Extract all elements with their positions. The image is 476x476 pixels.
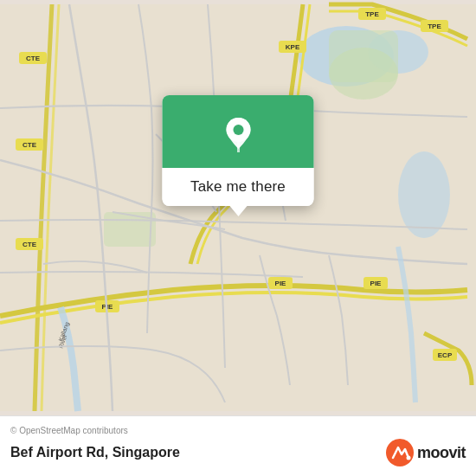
moovit-logo: moovit xyxy=(386,439,466,466)
popup-top xyxy=(163,95,314,168)
svg-text:PIE: PIE xyxy=(370,280,383,287)
svg-text:CTE: CTE xyxy=(23,241,37,248)
svg-point-3 xyxy=(398,151,450,238)
map-attribution: © OpenStreetMap contributors xyxy=(10,426,466,435)
bottom-bar: © OpenStreetMap contributors Bef Airport… xyxy=(0,415,476,476)
location-name: Bef Airport Rd, Singapore xyxy=(10,445,180,460)
popup-card: Take me there xyxy=(163,95,314,206)
moovit-icon xyxy=(386,439,414,466)
svg-text:TPE: TPE xyxy=(365,10,379,18)
popup-bottom: Take me there xyxy=(163,168,314,206)
svg-point-33 xyxy=(233,125,243,135)
svg-text:KPE: KPE xyxy=(286,43,300,51)
svg-text:CTE: CTE xyxy=(23,141,37,149)
bottom-row: Bef Airport Rd, Singapore moovit xyxy=(10,439,466,466)
svg-text:ECP: ECP xyxy=(438,351,453,359)
svg-text:TPE: TPE xyxy=(428,23,441,30)
map-area: CTE CTE CTE KPE KPE TPE TPE PIE xyxy=(0,0,476,415)
svg-rect-5 xyxy=(329,30,398,82)
svg-text:CTE: CTE xyxy=(26,55,41,62)
location-pin-icon xyxy=(219,114,257,152)
svg-text:PIE: PIE xyxy=(275,280,287,287)
popup-arrow xyxy=(229,206,247,216)
svg-point-35 xyxy=(406,456,410,460)
take-me-there-button[interactable]: Take me there xyxy=(190,178,286,196)
moovit-label: moovit xyxy=(417,444,466,462)
app-container: CTE CTE CTE KPE KPE TPE TPE PIE xyxy=(0,0,476,476)
